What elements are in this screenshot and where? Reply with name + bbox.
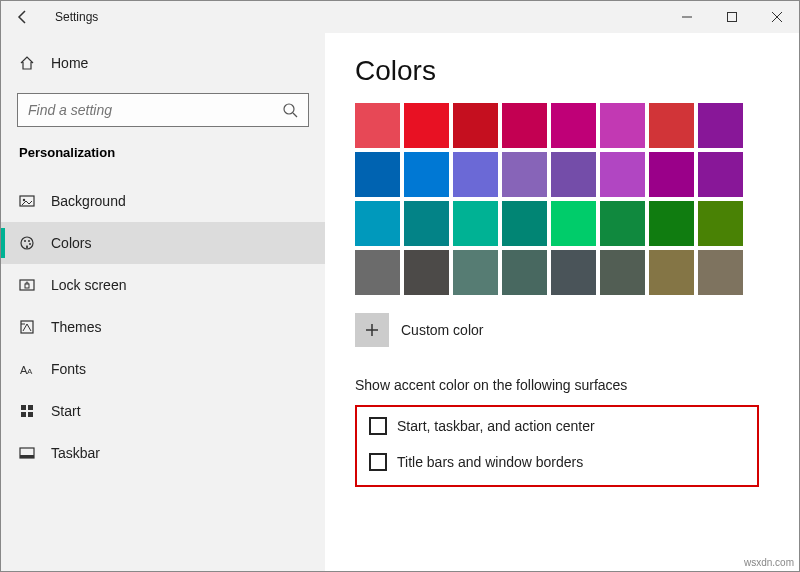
color-swatch[interactable] xyxy=(698,103,743,148)
svg-line-5 xyxy=(293,113,297,117)
window-title: Settings xyxy=(55,10,98,24)
minimize-icon xyxy=(682,12,692,22)
color-swatch[interactable] xyxy=(551,152,596,197)
checkbox-row-titlebars[interactable]: Title bars and window borders xyxy=(369,453,745,471)
themes-icon xyxy=(19,319,35,335)
home-icon xyxy=(19,55,35,71)
svg-text:A: A xyxy=(27,367,33,376)
nav-item-start[interactable]: Start xyxy=(1,390,325,432)
maximize-icon xyxy=(727,12,737,22)
checkbox-row-start[interactable]: Start, taskbar, and action center xyxy=(369,417,745,435)
maximize-button[interactable] xyxy=(709,1,754,33)
color-swatch[interactable] xyxy=(600,250,645,295)
color-swatch[interactable] xyxy=(698,201,743,246)
titlebar: Settings xyxy=(1,1,799,33)
color-swatch[interactable] xyxy=(404,152,449,197)
content-pane: Colors Custom color Show accent color on… xyxy=(325,33,799,571)
custom-color-button[interactable] xyxy=(355,313,389,347)
color-swatch[interactable] xyxy=(600,103,645,148)
surfaces-heading: Show accent color on the following surfa… xyxy=(355,377,769,393)
nav-label: Start xyxy=(51,403,81,419)
search-box[interactable] xyxy=(17,93,309,127)
color-swatch[interactable] xyxy=(355,201,400,246)
window-controls xyxy=(664,1,799,33)
nav-label: Taskbar xyxy=(51,445,100,461)
color-swatch[interactable] xyxy=(355,103,400,148)
svg-rect-20 xyxy=(21,412,26,417)
svg-rect-21 xyxy=(28,412,33,417)
nav-item-themes[interactable]: Themes xyxy=(1,306,325,348)
custom-color-row: Custom color xyxy=(355,313,769,347)
svg-point-11 xyxy=(29,243,31,245)
nav-item-colors[interactable]: Colors xyxy=(1,222,325,264)
nav-item-background[interactable]: Background xyxy=(1,180,325,222)
plus-icon xyxy=(365,323,379,337)
svg-rect-18 xyxy=(21,405,26,410)
home-link[interactable]: Home xyxy=(1,45,325,81)
custom-color-label: Custom color xyxy=(401,322,483,338)
nav-list: BackgroundColorsLock screenThemesAAFonts… xyxy=(1,180,325,474)
svg-point-4 xyxy=(284,104,294,114)
svg-rect-13 xyxy=(25,284,29,288)
color-swatch[interactable] xyxy=(404,250,449,295)
colors-icon xyxy=(19,235,35,251)
close-button[interactable] xyxy=(754,1,799,33)
color-swatch[interactable] xyxy=(649,250,694,295)
nav-label: Themes xyxy=(51,319,102,335)
checkbox-start[interactable] xyxy=(369,417,387,435)
taskbar-icon xyxy=(19,445,35,461)
color-swatch[interactable] xyxy=(600,152,645,197)
nav-label: Colors xyxy=(51,235,91,251)
highlight-box: Start, taskbar, and action center Title … xyxy=(355,405,759,487)
color-swatch[interactable] xyxy=(551,250,596,295)
nav-label: Fonts xyxy=(51,361,86,377)
color-swatch[interactable] xyxy=(404,201,449,246)
search-input[interactable] xyxy=(28,102,282,118)
color-swatch[interactable] xyxy=(355,152,400,197)
color-palette xyxy=(355,103,745,295)
color-swatch[interactable] xyxy=(551,103,596,148)
svg-rect-19 xyxy=(28,405,33,410)
color-swatch[interactable] xyxy=(453,201,498,246)
color-swatch[interactable] xyxy=(502,201,547,246)
svg-rect-1 xyxy=(727,13,736,22)
nav-label: Lock screen xyxy=(51,277,126,293)
color-swatch[interactable] xyxy=(502,152,547,197)
color-swatch[interactable] xyxy=(698,152,743,197)
start-icon xyxy=(19,403,35,419)
home-label: Home xyxy=(51,55,88,71)
checkbox-label-start: Start, taskbar, and action center xyxy=(397,418,595,434)
svg-point-10 xyxy=(28,240,30,242)
checkbox-label-titlebars: Title bars and window borders xyxy=(397,454,583,470)
nav-item-lockscreen[interactable]: Lock screen xyxy=(1,264,325,306)
background-icon xyxy=(19,193,35,209)
color-swatch[interactable] xyxy=(453,152,498,197)
color-swatch[interactable] xyxy=(649,103,694,148)
search-icon xyxy=(282,102,298,118)
color-swatch[interactable] xyxy=(649,152,694,197)
svg-rect-14 xyxy=(21,321,33,333)
checkbox-titlebars[interactable] xyxy=(369,453,387,471)
svg-rect-23 xyxy=(20,455,34,458)
color-swatch[interactable] xyxy=(355,250,400,295)
svg-point-7 xyxy=(23,199,25,201)
page-heading: Colors xyxy=(355,55,769,87)
color-swatch[interactable] xyxy=(502,250,547,295)
nav-item-fonts[interactable]: AAFonts xyxy=(1,348,325,390)
color-swatch[interactable] xyxy=(551,201,596,246)
sidebar: Home Personalization BackgroundColorsLoc… xyxy=(1,33,325,571)
minimize-button[interactable] xyxy=(664,1,709,33)
svg-point-9 xyxy=(24,240,26,242)
color-swatch[interactable] xyxy=(600,201,645,246)
back-button[interactable] xyxy=(1,1,45,33)
color-swatch[interactable] xyxy=(649,201,694,246)
color-swatch[interactable] xyxy=(404,103,449,148)
nav-label: Background xyxy=(51,193,126,209)
color-swatch[interactable] xyxy=(453,103,498,148)
nav-item-taskbar[interactable]: Taskbar xyxy=(1,432,325,474)
color-swatch[interactable] xyxy=(453,250,498,295)
color-swatch[interactable] xyxy=(502,103,547,148)
close-icon xyxy=(772,12,782,22)
color-swatch[interactable] xyxy=(698,250,743,295)
back-arrow-icon xyxy=(15,9,31,25)
